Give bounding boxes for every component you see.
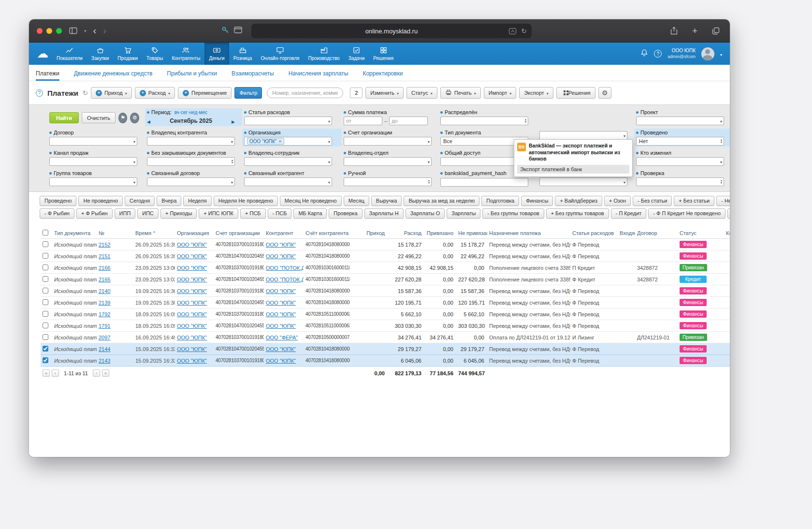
- select-all-checkbox[interactable]: [43, 230, 48, 235]
- avatar[interactable]: [701, 47, 714, 60]
- col-expense-item[interactable]: Статья расходов: [570, 228, 618, 239]
- saved-filter-chip[interactable]: Месяц Не проведено: [280, 196, 342, 206]
- solutions-button[interactable]: Решения: [556, 87, 595, 99]
- posted-select[interactable]: Нет: [636, 137, 724, 146]
- organization-link[interactable]: ООО "ЮПК": [177, 288, 207, 294]
- counterparty-link[interactable]: ООО "ЮПК": [266, 253, 296, 259]
- window-icon[interactable]: [234, 27, 242, 35]
- saved-filter-chip[interactable]: Выручка за мед за неделю: [404, 196, 479, 206]
- organization-link[interactable]: ООО "ЮПК": [177, 358, 207, 364]
- col-expense[interactable]: Расход: [388, 228, 424, 239]
- who-changed-combo[interactable]: [636, 157, 724, 166]
- row-checkbox[interactable]: [43, 264, 48, 270]
- sum-from-input[interactable]: [344, 117, 382, 125]
- settings-button[interactable]: [598, 87, 611, 99]
- search-input[interactable]: [267, 88, 343, 98]
- payment-number-link[interactable]: 2140: [99, 288, 110, 294]
- filter-button[interactable]: Фильтр: [234, 87, 262, 99]
- organization-link[interactable]: ООО "ЮПК": [177, 335, 207, 340]
- saved-filter-chip[interactable]: - Без группы товаров: [482, 208, 544, 219]
- organization-link[interactable]: ООО "ЮПК": [177, 323, 207, 329]
- col-unlinked[interactable]: Не привязано: [456, 228, 487, 239]
- saved-filter-chip[interactable]: - Ф П Кредит Не проведено: [648, 208, 725, 219]
- check-select[interactable]: [636, 177, 724, 186]
- nav-goods[interactable]: Товары: [142, 43, 167, 65]
- owner-dept-combo[interactable]: [344, 157, 432, 166]
- counterparty-link[interactable]: ООО "ЮПК": [266, 311, 296, 317]
- saved-filter-chip[interactable]: + Без группы товаров: [546, 208, 609, 219]
- payment-number-link[interactable]: 2143: [99, 358, 110, 364]
- saved-filter-chip[interactable]: Зарплаты О: [406, 208, 445, 219]
- prev-page-icon[interactable]: [52, 369, 59, 377]
- manual-select[interactable]: [344, 177, 432, 186]
- table-row[interactable]: Исходящий платеж 2166 23.09.2025 13:06 О…: [41, 262, 730, 274]
- tab-corrections[interactable]: Корректировки: [362, 70, 403, 81]
- col-status[interactable]: Статус: [678, 228, 724, 239]
- counterparty-link[interactable]: ООО "ЮПК": [266, 242, 296, 248]
- payment-number-link[interactable]: 2097: [99, 335, 110, 340]
- saved-filter-chip[interactable]: ИПС: [137, 208, 159, 219]
- income-item-combo[interactable]: [539, 177, 627, 186]
- export-button[interactable]: Экспорт: [519, 87, 553, 99]
- saved-filter-chip[interactable]: Проверка: [329, 208, 362, 219]
- prev-month-icon[interactable]: [147, 117, 150, 125]
- nav-sales[interactable]: Продажи: [113, 43, 142, 65]
- organization-link[interactable]: ООО "ЮПК": [177, 265, 207, 271]
- table-row[interactable]: Исходящий платеж 1792 18.09.2025 16:09 О…: [41, 309, 730, 320]
- status-button[interactable]: Статус: [406, 87, 437, 99]
- saved-filter-chip[interactable]: Выручка: [371, 196, 402, 206]
- tab-payroll[interactable]: Начисления зарплаты: [289, 70, 348, 81]
- nav-purchases[interactable]: Закупки: [87, 43, 113, 65]
- saved-filter-chip[interactable]: Проведено: [40, 196, 76, 206]
- saved-filter-chip[interactable]: Месяц: [344, 196, 369, 206]
- nav-counterparties[interactable]: Контрагенты: [167, 43, 204, 65]
- saved-filter-chip[interactable]: + Ф Рыбин: [76, 208, 113, 219]
- income-button[interactable]: Приход: [91, 87, 132, 99]
- cp-owner-combo[interactable]: [147, 137, 235, 146]
- saved-filter-chip[interactable]: - Без статьи: [633, 196, 672, 206]
- new-tab-icon[interactable]: [692, 26, 697, 36]
- chevron-down-icon[interactable]: [720, 49, 722, 58]
- nav-online-trade[interactable]: Онлайн-торговля: [256, 43, 304, 65]
- col-number[interactable]: №: [97, 228, 133, 239]
- remove-chip-icon[interactable]: [278, 138, 281, 144]
- tab-payments[interactable]: Платежи: [36, 70, 59, 81]
- saved-filter-chip[interactable]: + Без статьи: [674, 196, 714, 206]
- row-checkbox[interactable]: [43, 276, 48, 282]
- saved-filter-chip[interactable]: + Озон: [604, 196, 631, 206]
- expense-item-combo[interactable]: [244, 117, 332, 125]
- table-row[interactable]: Исходящий платеж 1791 18.09.2025 16:09 О…: [41, 320, 730, 332]
- reload-icon[interactable]: [521, 27, 527, 35]
- next-page-icon[interactable]: [93, 369, 100, 377]
- table-row[interactable]: Исходящий платеж 2165 23.09.2025 13:03 О…: [41, 274, 730, 285]
- saved-filter-chip[interactable]: - П П Кредит Не проведено: [727, 208, 730, 219]
- find-button[interactable]: Найти: [49, 112, 79, 123]
- last-page-icon[interactable]: [102, 369, 109, 377]
- counterparty-link[interactable]: ООО "ЮПК": [266, 323, 296, 329]
- no-closing-select[interactable]: [147, 157, 235, 166]
- counterparty-link[interactable]: ООО "ФЕРА": [266, 335, 298, 340]
- col-org-account[interactable]: Счет организации: [214, 228, 264, 239]
- back-icon[interactable]: [93, 25, 97, 36]
- export-to-bank-item[interactable]: Экспорт платежей в банк: [517, 165, 629, 174]
- saved-filter-chip[interactable]: - Не привязан: [716, 196, 730, 206]
- print-button[interactable]: Печать: [440, 87, 481, 99]
- payment-number-link[interactable]: 2152: [99, 242, 110, 248]
- row-checkbox[interactable]: [43, 288, 48, 294]
- hidden-combo[interactable]: [539, 131, 627, 140]
- payment-number-link[interactable]: 2144: [99, 346, 110, 352]
- saved-filter-chip[interactable]: Финансы: [521, 196, 553, 206]
- col-contract[interactable]: Договор: [635, 228, 678, 239]
- table-row[interactable]: Исходящий платеж 2097 16.09.2025 16:49 О…: [41, 332, 730, 343]
- table-row[interactable]: Исходящий платеж 2140 19.09.2025 16:30 О…: [41, 285, 730, 297]
- counterparty-link[interactable]: ООО "ПОТОК.Д...: [266, 265, 304, 271]
- row-checkbox[interactable]: [43, 311, 48, 317]
- filter-settings-icon[interactable]: [130, 113, 139, 123]
- row-checkbox[interactable]: [43, 253, 48, 259]
- counterparty-link[interactable]: ООО "ЮПК": [266, 358, 296, 364]
- tab-mutual-settlements[interactable]: Взаиморасчеты: [232, 70, 274, 81]
- nav-tasks[interactable]: Задачи: [344, 43, 369, 65]
- table-row[interactable]: Исходящий платеж 2139 19.09.2025 16:30 О…: [41, 297, 730, 309]
- row-checkbox[interactable]: [43, 334, 48, 340]
- nav-solutions[interactable]: Решения: [369, 43, 398, 65]
